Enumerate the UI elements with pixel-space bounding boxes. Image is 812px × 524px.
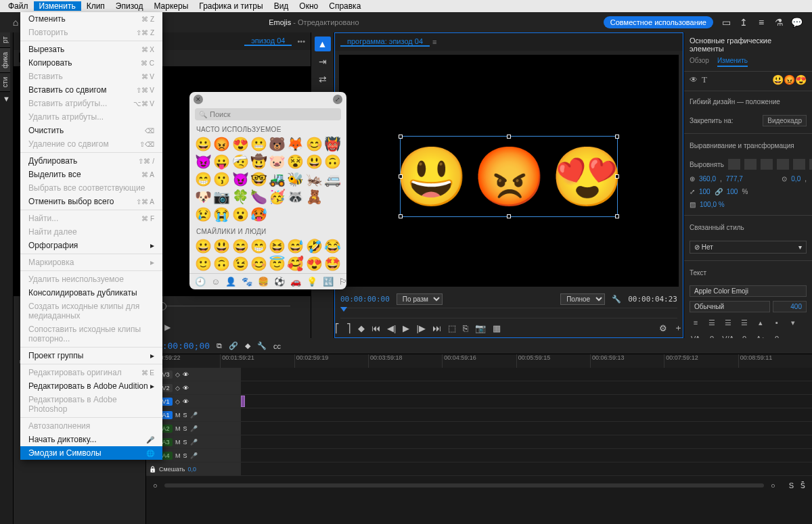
program-in-timecode[interactable]: 00:00:00:00 [340, 295, 390, 304]
emoji-search[interactable]: Поиск [195, 108, 341, 120]
font-size[interactable]: 400 [773, 301, 807, 312]
export-icon[interactable]: ↥ [736, 15, 751, 30]
emoji-cell[interactable]: 🦗 [306, 171, 323, 187]
emoji-cell[interactable]: 🚐 [324, 171, 341, 187]
left-tab[interactable]: рт [0, 32, 10, 48]
scale-icon[interactable]: ⤢ [690, 188, 695, 195]
quality-select[interactable]: Полное [560, 293, 605, 305]
align-c-icon[interactable]: ☰ [706, 317, 718, 328]
emoji-cell[interactable]: 👹 [324, 136, 341, 152]
text-layer-icon[interactable]: T [702, 74, 707, 85]
beaker-icon[interactable]: ⚗ [771, 15, 786, 30]
tracking-icon[interactable]: VA [690, 333, 702, 338]
object-icon[interactable]: 💡 [307, 277, 317, 287]
program-tab[interactable]: программа: эпизод 04 [340, 37, 430, 47]
add-icon[interactable]: ＋ [674, 322, 683, 334]
emoji-cell[interactable]: 😃 [306, 153, 323, 170]
link-icon[interactable]: 🔗 [715, 188, 723, 195]
program-viewer[interactable]: 😃😡😍 [339, 55, 679, 287]
emoji-picker[interactable]: ✕⤢ Поиск ЧАСТО ИСПОЛЬЗУЕМОЕ 😀😡😍😬🐻🦊😊👹😈😛🤕🤠… [189, 92, 346, 289]
menu-item[interactable]: Начать диктовку...🎤 [20, 433, 162, 446]
step-back-icon[interactable]: ◀| [387, 323, 396, 333]
left-tab[interactable]: фика [0, 48, 10, 73]
emoji-cell[interactable]: 😂 [324, 238, 341, 254]
emoji-cell[interactable]: 🥵 [250, 206, 267, 222]
smiley-icon[interactable]: ☺ [211, 277, 220, 287]
anchor-icon[interactable]: ⊙ [782, 175, 787, 183]
food-icon[interactable]: 🍔 [258, 277, 269, 287]
emoji-cell[interactable]: 😮 [232, 206, 249, 222]
emoji-cell[interactable]: 😅 [287, 238, 304, 254]
left-tab-strip[interactable]: рт фика сти ▼ [0, 32, 14, 524]
emoji-cell[interactable]: 😄 [232, 238, 249, 254]
symbol-icon[interactable]: 🔣 [323, 277, 334, 287]
emoji-cell[interactable]: 🦝 [287, 189, 304, 205]
menu-Маркеры[interactable]: Маркеры [148, 1, 194, 11]
emoji-cell[interactable]: 😍 [232, 136, 249, 152]
leading-icon[interactable]: A↕ [754, 333, 767, 338]
emoji-cell[interactable]: 🙃 [324, 153, 341, 170]
emoji-cell[interactable]: 😬 [250, 136, 267, 152]
align-r-icon[interactable]: ☰ [722, 317, 734, 328]
go-end-icon[interactable]: ⏭ [432, 323, 441, 333]
emoji-cell[interactable]: 😉 [232, 256, 249, 272]
position-icon[interactable]: ⊕ [690, 175, 695, 183]
pos-y[interactable]: 777,7 [726, 175, 743, 183]
activity-icon[interactable]: ⚽ [274, 277, 285, 287]
layer-label[interactable]: 😃😡😍 [772, 74, 807, 85]
emoji-cell[interactable]: 😛 [213, 153, 230, 170]
menu-Изменить[interactable]: Изменить [34, 1, 81, 11]
menu-Справка[interactable]: Справка [323, 1, 366, 11]
extract-icon[interactable]: ⎘ [463, 323, 468, 333]
align-center-icon[interactable] [744, 159, 757, 170]
source-tab-active[interactable]: эпизод 04 [244, 37, 292, 46]
program-scrubber[interactable] [340, 308, 677, 318]
clip[interactable] [241, 396, 245, 407]
align-j-icon[interactable]: ☰ [738, 317, 750, 328]
compare-icon[interactable]: ▦ [493, 323, 501, 333]
emoji-cell[interactable]: 🥰 [287, 256, 304, 272]
snap-icon[interactable]: ⧉ [217, 341, 222, 350]
emoji-cell[interactable]: 😁 [195, 171, 212, 187]
menu-item[interactable]: Очистить⌫ [20, 124, 162, 137]
emoji-cell[interactable]: 🐶 [195, 189, 212, 205]
emoji-cell[interactable]: 🍆 [250, 189, 267, 205]
emoji-cell[interactable]: 😢 [195, 206, 212, 222]
emoji-cell[interactable]: 🦊 [287, 136, 304, 152]
menu-icon[interactable]: ≡ [754, 15, 769, 30]
settings-icon[interactable]: ⚙ [659, 323, 667, 333]
opacity-icon[interactable]: ▨ [690, 201, 696, 208]
emoji-cell[interactable]: 🤩 [324, 256, 341, 272]
align-mid-icon[interactable] [793, 159, 805, 170]
emoji-cell[interactable]: 🤠 [250, 153, 267, 170]
menu-Графика и титры[interactable]: Графика и титры [194, 1, 268, 11]
zoom-slider[interactable]: ○○ SS̄ [146, 476, 812, 495]
emoji-cell[interactable]: 😊 [306, 136, 323, 152]
share-button[interactable]: Совместное использование [604, 16, 713, 28]
selection-tool-icon[interactable]: ▲ [315, 37, 331, 51]
snapshot-icon[interactable]: 📷 [475, 323, 486, 333]
close-icon[interactable]: ✕ [194, 95, 203, 104]
emoji-cell[interactable]: 😀 [195, 238, 212, 254]
emoji-cell[interactable]: 🍀 [232, 189, 249, 205]
menu-item[interactable]: Проект группы▸ [20, 349, 162, 362]
align-bot-icon[interactable] [809, 159, 812, 170]
menu-item[interactable]: Вставить со сдвигом⇧⌘ V [20, 83, 162, 97]
tab-edit[interactable]: Изменить [717, 57, 748, 67]
emoji-cell[interactable]: 🚜 [269, 171, 286, 187]
tab-browse[interactable]: Обзор [690, 57, 709, 67]
linked-style-select[interactable]: ⊘ Нет▾ [690, 241, 807, 254]
menu-item[interactable]: Отменить выбор всего⇧⌘ A [20, 195, 162, 208]
selected-graphic[interactable]: 😃😡😍 [400, 136, 618, 217]
emoji-cell[interactable]: 😆 [269, 238, 286, 254]
menu-item[interactable]: Эмодзи и Символы🌐 [20, 446, 162, 460]
panel-menu-icon[interactable]: ••• [297, 37, 305, 45]
emoji-cell[interactable]: 😍 [306, 256, 323, 272]
emoji-cell[interactable]: 🙃 [213, 256, 230, 272]
emoji-cell[interactable]: 😡 [213, 136, 230, 152]
track-select-icon[interactable]: ⇥ [315, 54, 331, 69]
menu-item[interactable]: Дублировать⇧⌘ / [20, 154, 162, 168]
menu-item[interactable]: Консолидировать дубликаты [20, 286, 162, 300]
link-icon[interactable]: 🔗 [229, 341, 238, 350]
emoji-cell[interactable]: 🙂 [195, 256, 212, 272]
